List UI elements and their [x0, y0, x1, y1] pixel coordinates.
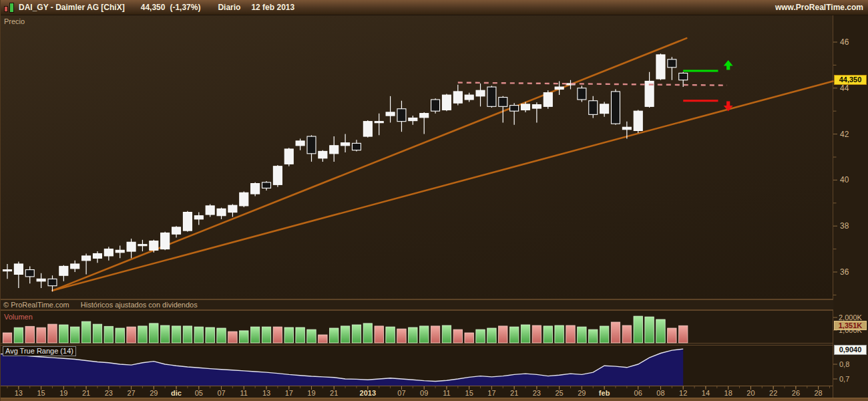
price-panel-label: Precio	[4, 17, 25, 25]
svg-text:14: 14	[702, 389, 710, 397]
svg-text:19: 19	[59, 389, 67, 397]
svg-text:36: 36	[840, 267, 849, 277]
svg-text:feb: feb	[599, 389, 610, 397]
last-price: 44,350	[141, 3, 166, 12]
instrument-title: DAI_GY - Daimler AG [ChiX]	[19, 3, 125, 12]
svg-text:42: 42	[840, 130, 849, 139]
svg-text:13: 13	[15, 389, 23, 397]
svg-text:23: 23	[105, 389, 113, 397]
time-axis: 13151921232729dic05071113171921201307091…	[7, 386, 830, 397]
copyright-text: © ProRealTime.com	[3, 301, 69, 309]
svg-text:21: 21	[82, 389, 90, 397]
svg-text:21: 21	[330, 389, 338, 397]
svg-text:29: 29	[150, 389, 158, 397]
dividend-note: Históricos ajustados con dividendos	[81, 301, 198, 309]
svg-text:25: 25	[556, 389, 564, 397]
svg-text:19: 19	[307, 389, 315, 397]
svg-text:46: 46	[840, 37, 849, 47]
svg-text:09: 09	[420, 389, 428, 397]
svg-text:21: 21	[510, 389, 518, 397]
chart-canvas[interactable]: 4644424038362,000K1,000K0,80,71315192123…	[1, 0, 868, 401]
candlestick-series[interactable]	[3, 53, 688, 291]
svg-text:0,7: 0,7	[839, 375, 849, 383]
svg-text:11: 11	[443, 389, 450, 397]
svg-text:0,8: 0,8	[839, 360, 849, 368]
svg-text:29: 29	[578, 389, 586, 397]
atr-series[interactable]	[1, 349, 683, 386]
svg-text:08: 08	[656, 389, 664, 397]
svg-text:23: 23	[533, 389, 541, 397]
last-atr-axis-badge: 0,9040	[834, 345, 867, 355]
trendlines[interactable]	[52, 38, 833, 291]
last-volume-axis-badge: 1,351K	[834, 321, 867, 330]
svg-text:07: 07	[397, 389, 405, 397]
svg-text:dic: dic	[171, 389, 182, 397]
svg-text:22: 22	[769, 389, 777, 397]
volume-panel-label: Volumen	[4, 313, 33, 321]
atr-indicator-label: Avg True Range (14)	[3, 346, 76, 356]
svg-text:27: 27	[127, 389, 135, 397]
svg-text:05: 05	[195, 389, 203, 397]
svg-text:07: 07	[217, 389, 225, 397]
svg-text:40: 40	[840, 175, 849, 184]
up-arrow-icon[interactable]	[724, 60, 733, 70]
website-link[interactable]: www.ProRealTime.com	[775, 3, 863, 12]
timeframe-label: Diario	[218, 3, 240, 12]
svg-text:17: 17	[285, 389, 293, 397]
svg-text:2013: 2013	[360, 389, 376, 397]
svg-text:38: 38	[840, 221, 849, 231]
candlestick-logo-icon	[4, 2, 14, 13]
svg-text:17: 17	[487, 389, 495, 397]
svg-text:28: 28	[815, 389, 823, 397]
svg-text:15: 15	[465, 389, 473, 397]
date-label: 12 feb 2013	[251, 3, 294, 12]
svg-text:06: 06	[634, 389, 642, 397]
svg-text:11: 11	[240, 389, 248, 397]
svg-text:26: 26	[792, 389, 800, 397]
atr-axis: 0,80,7	[833, 360, 849, 383]
svg-text:20: 20	[746, 389, 754, 397]
last-price-axis-badge: 44,350	[834, 75, 867, 85]
prorealtime-window: 4644424038362,000K1,000K0,80,71315192123…	[0, 0, 868, 401]
svg-text:18: 18	[724, 389, 732, 397]
svg-text:15: 15	[37, 389, 45, 397]
copyright-bar: © ProRealTime.com Históricos ajustados c…	[1, 299, 833, 310]
resistance-dashed-line[interactable]	[458, 83, 727, 86]
title-bar: DAI_GY - Daimler AG [ChiX] 44,350 (-1,37…	[1, 0, 868, 15]
svg-text:12: 12	[679, 389, 687, 397]
svg-text:13: 13	[262, 389, 270, 397]
price-change: (-1,37%)	[170, 3, 200, 12]
volume-series[interactable]	[3, 316, 688, 343]
